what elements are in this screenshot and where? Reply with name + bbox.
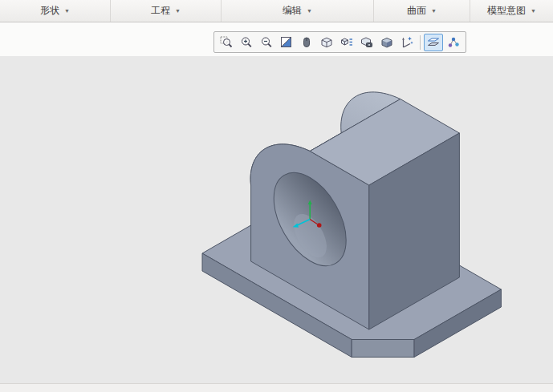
menubar: 形状 ▼ 工程 ▼ 编辑 ▼ 曲面 ▼ 模型意图 ▼ [0,0,553,22]
menu-shape-label: 形状 [40,4,59,18]
menu-surface[interactable]: 曲面 ▼ [374,0,470,22]
shaded-view-icon [380,35,394,50]
menu-edit[interactable]: 编辑 ▼ [222,0,374,22]
menu-edit-label: 编辑 [283,4,302,18]
view-camera-icon [360,35,374,50]
toolbar-button-datum-display-filters[interactable] [397,34,417,51]
display-style-icon [319,35,334,50]
csys-origin-dot [317,223,322,228]
spin-center-icon [299,35,314,50]
menu-engineering[interactable]: 工程 ▼ [111,0,222,22]
dropdown-caret-icon: ▼ [307,8,312,14]
toolbar-button-saved-view-list[interactable] [337,34,356,51]
dropdown-caret-icon: ▼ [531,8,536,14]
toolbar-button-show-annotations[interactable] [444,34,463,51]
zoom-refit-icon [219,35,234,50]
saved-view-list-icon [340,35,354,50]
toolbar-button-zoom-in[interactable] [237,34,256,51]
menu-model-intent[interactable]: 模型意图 ▼ [470,0,553,22]
dropdown-caret-icon: ▼ [431,8,437,14]
dropdown-caret-icon: ▼ [64,8,70,14]
datum-display-filters-icon [400,35,414,50]
zoom-out-icon [259,35,274,50]
annotation-display-icon [426,35,441,50]
model-3d [202,92,501,358]
toolbar-button-display-style[interactable] [317,34,336,51]
model-viewport[interactable] [0,0,553,392]
toolbar-button-spin-center[interactable] [297,34,316,51]
toolbar-separator [420,35,421,50]
in-graphics-toolbar [213,31,466,53]
menu-model-intent-label: 模型意图 [487,4,526,18]
show-annotations-icon [446,35,461,50]
menu-surface-label: 曲面 [407,4,426,18]
base-chamfer-face[interactable] [352,340,414,358]
toolbar-button-repaint[interactable] [277,34,296,51]
repaint-icon [279,35,294,50]
toolbar-button-zoom-out[interactable] [257,34,276,51]
toolbar-button-view-camera[interactable] [357,34,376,51]
dropdown-caret-icon: ▼ [175,8,181,14]
toolbar-button-annotation-display[interactable] [424,34,443,51]
toolbar-button-shaded-view[interactable] [377,34,396,51]
toolbar-button-zoom-refit[interactable] [217,34,236,51]
menu-shape[interactable]: 形状 ▼ [0,0,111,22]
zoom-in-icon [239,35,254,50]
menu-engineering-label: 工程 [151,4,170,18]
